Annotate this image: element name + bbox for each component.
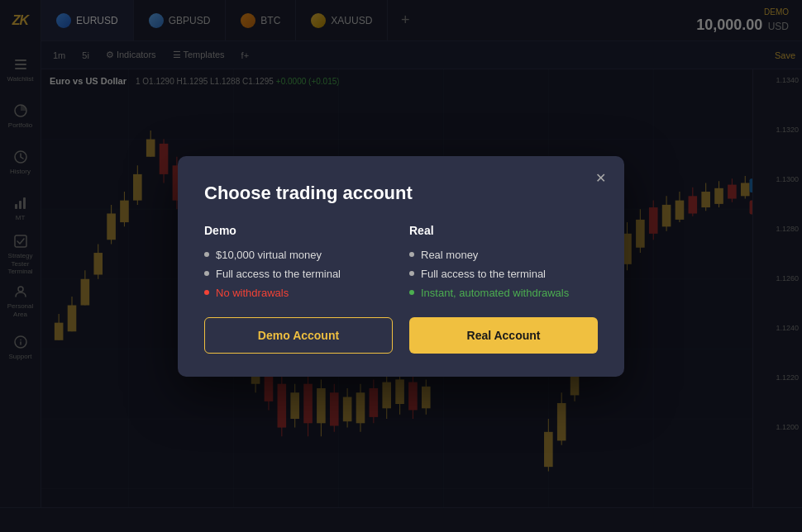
real-feature-text-3: Instant, automated withdrawals — [421, 287, 569, 299]
modal-title: Choose trading account — [204, 183, 598, 204]
demo-feature-1: $10,000 virtual money — [204, 249, 393, 261]
real-feature-3: Instant, automated withdrawals — [409, 287, 598, 299]
real-feature-2: Full access to the terminal — [409, 268, 598, 280]
real-feature-1: Real money — [409, 249, 598, 261]
modal-close-button[interactable]: ✕ — [590, 168, 611, 189]
demo-feature-text-1: $10,000 virtual money — [216, 249, 322, 261]
modal-overlay[interactable]: ✕ Choose trading account Demo $10,000 vi… — [0, 0, 802, 532]
accounts-grid: Demo $10,000 virtual money Full access t… — [204, 224, 598, 299]
real-bullet-1 — [409, 252, 414, 257]
buttons-row: Demo Account Real Account — [204, 317, 598, 354]
bullet-2 — [204, 271, 209, 276]
modal-dialog: ✕ Choose trading account Demo $10,000 vi… — [178, 156, 624, 377]
bullet-1 — [204, 252, 209, 257]
real-bullet-3-green — [409, 290, 414, 295]
real-account-button[interactable]: Real Account — [409, 317, 598, 354]
demo-column: Demo $10,000 virtual money Full access t… — [204, 224, 393, 299]
bullet-3-red — [204, 290, 209, 295]
demo-feature-text-3: No withdrawals — [216, 287, 289, 299]
real-feature-text-2: Full access to the terminal — [421, 268, 546, 280]
real-label: Real — [409, 224, 598, 237]
demo-feature-text-2: Full access to the terminal — [216, 268, 341, 280]
demo-feature-2: Full access to the terminal — [204, 268, 393, 280]
demo-label: Demo — [204, 224, 393, 237]
close-icon: ✕ — [595, 170, 606, 186]
real-bullet-2 — [409, 271, 414, 276]
real-column: Real Real money Full access to the termi… — [409, 224, 598, 299]
demo-feature-3: No withdrawals — [204, 287, 393, 299]
demo-account-button[interactable]: Demo Account — [204, 317, 393, 354]
demo-features: $10,000 virtual money Full access to the… — [204, 249, 393, 299]
real-features: Real money Full access to the terminal I… — [409, 249, 598, 299]
real-feature-text-1: Real money — [421, 249, 478, 261]
